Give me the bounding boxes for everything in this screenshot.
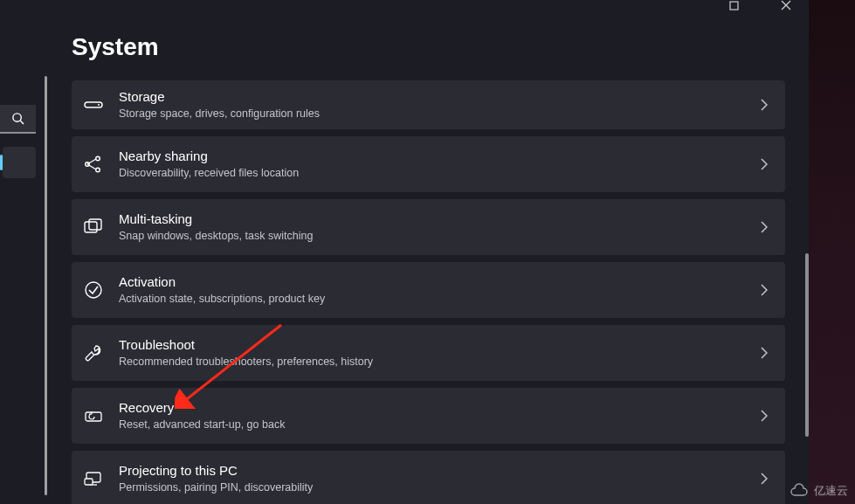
watermark-text: 亿速云 [814,483,848,499]
chevron-right-icon [761,347,768,359]
svg-point-3 [98,104,100,106]
svg-point-6 [96,168,100,172]
chevron-right-icon [761,99,768,111]
chevron-right-icon [761,221,768,233]
close-button[interactable] [770,0,802,10]
page-title: System [72,33,788,61]
svg-point-5 [96,156,100,161]
content-area: System Storage Storage space, drives, co… [72,33,788,504]
item-subtitle: Storage space, drives, configuration rul… [119,107,761,122]
maximize-button[interactable] [718,0,749,10]
item-subtitle: Snap windows, desktops, task switching [119,229,761,245]
svg-rect-8 [89,219,101,230]
activation-icon [84,280,103,300]
item-title: Projecting to this PC [119,462,761,480]
item-title: Nearby sharing [119,148,761,165]
chevron-right-icon [761,158,768,170]
svg-rect-0 [730,2,738,10]
settings-item-activation[interactable]: Activation Activation state, subscriptio… [72,262,785,318]
item-title: Storage [119,88,761,106]
share-icon [84,155,103,174]
svg-rect-7 [85,222,97,232]
recovery-icon [84,407,103,425]
chevron-right-icon [761,473,768,485]
cloud-icon [789,483,809,499]
storage-icon [84,99,103,111]
item-title: Multi-tasking [119,211,761,228]
svg-point-1 [13,114,21,121]
sidebar-scrollbar[interactable] [45,76,47,495]
settings-item-projecting[interactable]: Projecting to this PC Permissions, pairi… [72,451,785,504]
settings-item-nearby-sharing[interactable]: Nearby sharing Discoverability, received… [72,136,785,192]
item-subtitle: Recommended troubleshooters, preferences… [119,355,761,370]
chevron-right-icon [761,284,768,296]
item-title: Recovery [119,399,761,417]
item-title: Activation [119,273,761,291]
troubleshoot-icon [84,343,103,362]
search-icon [11,112,24,125]
svg-rect-12 [85,479,93,485]
settings-item-multitasking[interactable]: Multi-tasking Snap windows, desktops, ta… [72,199,785,255]
sidebar-item-selected[interactable] [3,147,36,178]
settings-item-troubleshoot[interactable]: Troubleshoot Recommended troubleshooters… [72,325,785,381]
item-subtitle: Reset, advanced start-up, go back [119,418,761,433]
item-title: Troubleshoot [119,336,761,354]
svg-point-9 [86,282,101,298]
item-subtitle: Permissions, pairing PIN, discoverabilit… [119,480,761,496]
watermark: 亿速云 [789,483,848,499]
titlebar [0,0,809,10]
sidebar [0,105,38,489]
close-icon [781,0,791,10]
chevron-right-icon [761,410,768,422]
projecting-icon [84,470,103,487]
svg-rect-10 [86,412,101,421]
item-subtitle: Activation state, subscriptions, product… [119,292,761,307]
search-input[interactable] [0,105,36,134]
content-scrollbar[interactable] [805,253,809,437]
maximize-icon [729,1,739,10]
multitask-icon [84,218,103,236]
settings-item-recovery[interactable]: Recovery Reset, advanced start-up, go ba… [72,388,785,444]
settings-window: System Storage Storage space, drives, co… [0,0,809,504]
item-subtitle: Discoverability, received files location [119,166,761,182]
settings-item-storage[interactable]: Storage Storage space, drives, configura… [72,80,785,129]
